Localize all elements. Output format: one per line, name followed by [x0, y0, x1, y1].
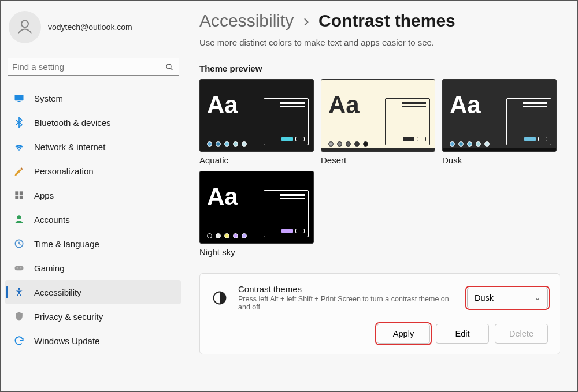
- nav-label: Windows Update: [34, 336, 99, 346]
- breadcrumb-separator: ›: [303, 11, 309, 30]
- page-subtitle: Use more distinct colors to make text an…: [199, 38, 560, 47]
- svg-rect-8: [20, 196, 23, 199]
- breadcrumb-parent[interactable]: Accessibility: [199, 11, 294, 30]
- svg-rect-4: [18, 101, 21, 102]
- theme-card[interactable]: Aa: [199, 79, 314, 152]
- apps-icon: [13, 189, 25, 201]
- nav-list: System Bluetooth & devices Network & int…: [5, 86, 181, 353]
- nav-item-update[interactable]: Windows Update: [5, 328, 181, 353]
- network-icon: [13, 141, 25, 152]
- apply-button[interactable]: Apply: [377, 324, 430, 344]
- accessibility-icon: [13, 286, 25, 298]
- delete-button: Delete: [495, 324, 548, 344]
- sidebar: vodytech@outlook.com System Bluetooth & …: [1, 1, 186, 391]
- privacy-icon: [13, 311, 25, 322]
- update-icon: [13, 335, 25, 346]
- breadcrumb: Accessibility › Contrast themes: [199, 11, 560, 31]
- nav-label: Accounts: [34, 215, 70, 225]
- accounts-icon: [13, 214, 25, 225]
- time-icon: [13, 238, 25, 249]
- nav-label: Personalization: [34, 166, 94, 176]
- system-icon: [13, 92, 25, 104]
- dropdown-value: Dusk: [475, 293, 535, 303]
- nav-label: Time & language: [34, 239, 99, 249]
- svg-rect-5: [15, 191, 18, 195]
- svg-point-13: [20, 267, 21, 268]
- edit-button[interactable]: Edit: [436, 324, 489, 344]
- search-icon: [165, 62, 174, 72]
- nav-label: Gaming: [34, 263, 65, 273]
- svg-point-1: [166, 64, 171, 69]
- main-content: Accessibility › Contrast themes Use more…: [186, 1, 577, 391]
- svg-point-14: [18, 288, 20, 290]
- nav-item-time[interactable]: Time & language: [5, 232, 181, 256]
- nav-item-apps[interactable]: Apps: [5, 183, 181, 207]
- svg-point-12: [17, 267, 18, 268]
- bluetooth-icon: [13, 117, 25, 128]
- theme-name: Aquatic: [199, 155, 314, 165]
- panel-description: Press left Alt + left Shift + Print Scre…: [238, 295, 457, 311]
- nav-item-bluetooth[interactable]: Bluetooth & devices: [5, 110, 181, 135]
- nav-label: Network & internet: [34, 142, 105, 152]
- svg-rect-7: [15, 196, 18, 199]
- nav-label: Apps: [34, 191, 54, 200]
- theme-dropdown[interactable]: Dusk ⌄: [467, 288, 548, 308]
- theme-name: Desert: [321, 155, 435, 165]
- nav-item-system[interactable]: System: [5, 86, 181, 110]
- svg-rect-3: [15, 95, 24, 100]
- contrast-panel: Contrast themes Press left Alt + left Sh…: [199, 273, 560, 354]
- nav-item-accounts[interactable]: Accounts: [5, 207, 181, 232]
- nav-label: Privacy & security: [34, 312, 103, 322]
- nav-item-personalization[interactable]: Personalization: [5, 159, 181, 183]
- svg-line-2: [171, 68, 172, 70]
- svg-point-9: [17, 215, 21, 219]
- theme-aquatic[interactable]: Aa Aquatic: [199, 79, 314, 165]
- breadcrumb-current: Contrast themes: [318, 11, 455, 30]
- chevron-down-icon: ⌄: [535, 294, 540, 302]
- svg-point-0: [21, 20, 28, 27]
- theme-dusk[interactable]: Aa Dusk: [442, 79, 557, 165]
- nav-label: Accessibility: [34, 288, 81, 297]
- svg-rect-11: [15, 266, 24, 271]
- nav-item-network[interactable]: Network & internet: [5, 135, 181, 159]
- theme-name: Dusk: [442, 155, 557, 165]
- nav-item-privacy[interactable]: Privacy & security: [5, 304, 181, 328]
- section-title: Theme preview: [199, 64, 560, 73]
- gaming-icon: [13, 262, 25, 274]
- nav-label: Bluetooth & devices: [34, 118, 111, 128]
- nav-label: System: [34, 94, 63, 103]
- profile-section[interactable]: vodytech@outlook.com: [5, 6, 181, 48]
- theme-card[interactable]: Aa: [199, 171, 314, 244]
- search-input[interactable]: [12, 62, 165, 72]
- nav-item-accessibility[interactable]: Accessibility: [5, 280, 181, 304]
- nav-item-gaming[interactable]: Gaming: [5, 256, 181, 280]
- avatar: [9, 11, 41, 43]
- theme-name: Night sky: [199, 247, 314, 257]
- theme-card[interactable]: Aa: [321, 79, 435, 152]
- profile-email: vodytech@outlook.com: [48, 23, 132, 32]
- panel-title: Contrast themes: [238, 284, 457, 294]
- search-box[interactable]: [8, 58, 179, 76]
- personalization-icon: [13, 165, 25, 177]
- themes-grid: Aa Aquatic Aa Desert Aa: [199, 79, 560, 257]
- svg-rect-6: [20, 191, 23, 195]
- theme-desert[interactable]: Aa Desert: [321, 79, 435, 165]
- contrast-icon: [212, 290, 228, 306]
- theme-night-sky[interactable]: Aa Night sky: [199, 171, 314, 257]
- theme-card[interactable]: Aa: [442, 79, 557, 152]
